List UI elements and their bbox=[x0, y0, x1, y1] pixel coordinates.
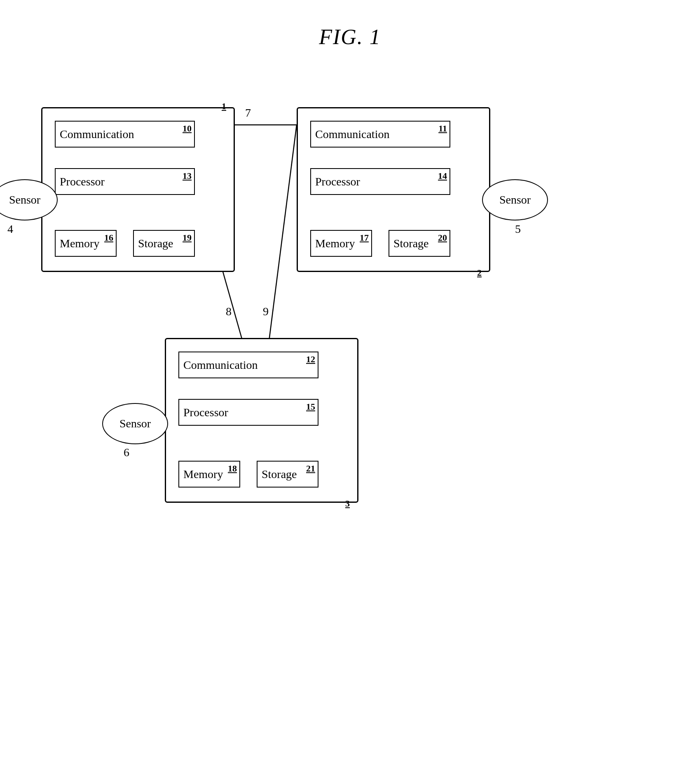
mem-17-box: Memory 17 bbox=[310, 230, 372, 257]
comm-11-label: Communication bbox=[315, 128, 389, 141]
stor-21-label: Storage bbox=[262, 468, 297, 481]
proc-15-box: Processor 15 bbox=[178, 399, 318, 426]
mem-17-label: Memory bbox=[315, 237, 355, 250]
proc-13-box: Processor 13 bbox=[55, 168, 195, 195]
proc-15-label: Processor bbox=[183, 406, 228, 419]
system-box-3: 3 Communication 12 Processor 15 Memory 1… bbox=[165, 338, 358, 503]
mem-16-label: Memory bbox=[60, 237, 99, 250]
comm-10-box: Communication 10 bbox=[55, 121, 195, 148]
proc-14-label: Processor bbox=[315, 175, 360, 188]
connection-label-8: 8 bbox=[226, 305, 232, 318]
stor-19-label: Storage bbox=[138, 237, 173, 250]
proc-14-box: Processor 14 bbox=[310, 168, 450, 195]
figure-title: FIG. 1 bbox=[0, 0, 700, 49]
connection-label-9: 9 bbox=[263, 305, 269, 318]
stor-19-box: Storage 19 bbox=[133, 230, 195, 257]
svg-line-11 bbox=[268, 125, 297, 350]
ref-6: 6 bbox=[124, 446, 129, 459]
ref-1: 1 bbox=[222, 101, 226, 112]
ref-16: 16 bbox=[104, 232, 113, 243]
comm-12-label: Communication bbox=[183, 359, 258, 372]
system-box-2: 2 Communication 11 Processor 14 Memory 1… bbox=[297, 107, 490, 272]
mem-18-box: Memory 18 bbox=[178, 461, 240, 488]
sensor-6: Sensor bbox=[102, 403, 168, 444]
ref-19: 19 bbox=[183, 232, 192, 243]
ref-3: 3 bbox=[345, 498, 350, 509]
stor-20-box: Storage 20 bbox=[389, 230, 450, 257]
system-box-1: 1 Communication 10 Processor 13 Memory 1… bbox=[41, 107, 235, 272]
comm-11-box: Communication 11 bbox=[310, 121, 450, 148]
ref-18: 18 bbox=[228, 463, 237, 474]
ref-2: 2 bbox=[477, 267, 482, 278]
ref-5: 5 bbox=[515, 223, 521, 236]
ref-10: 10 bbox=[183, 123, 192, 134]
sensor-4-label: Sensor bbox=[9, 193, 40, 206]
stor-20-label: Storage bbox=[393, 237, 429, 250]
comm-12-box: Communication 12 bbox=[178, 352, 318, 378]
proc-13-label: Processor bbox=[60, 175, 105, 188]
comm-10-label: Communication bbox=[60, 128, 134, 141]
connection-label-7: 7 bbox=[245, 106, 251, 120]
mem-16-box: Memory 16 bbox=[55, 230, 117, 257]
ref-21: 21 bbox=[306, 463, 315, 474]
ref-4: 4 bbox=[7, 223, 13, 236]
ref-11: 11 bbox=[438, 123, 447, 134]
sensor-5-label: Sensor bbox=[499, 193, 531, 206]
ref-20: 20 bbox=[438, 232, 447, 243]
mem-18-label: Memory bbox=[183, 468, 223, 481]
ref-12: 12 bbox=[306, 354, 315, 365]
sensor-5: Sensor bbox=[482, 179, 548, 220]
sensor-6-label: Sensor bbox=[119, 417, 151, 430]
stor-21-box: Storage 21 bbox=[257, 461, 318, 488]
ref-15: 15 bbox=[306, 401, 315, 412]
ref-17: 17 bbox=[360, 232, 369, 243]
ref-13: 13 bbox=[183, 171, 192, 181]
ref-14: 14 bbox=[438, 171, 447, 181]
